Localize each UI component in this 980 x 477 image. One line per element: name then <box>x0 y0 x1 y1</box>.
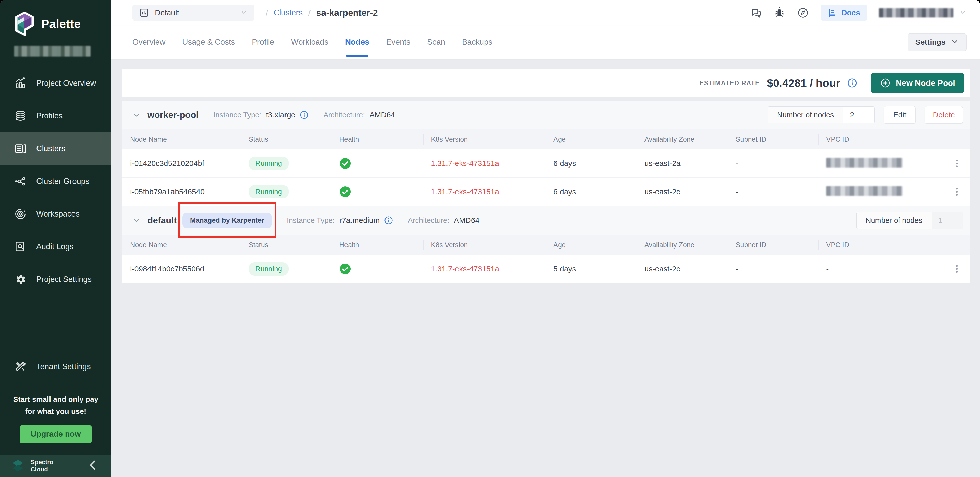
chevron-down-icon <box>240 8 248 17</box>
cluster-tabs: Overview Usage & Costs Profile Workloads… <box>132 26 492 59</box>
tab-usage-costs[interactable]: Usage & Costs <box>182 26 235 59</box>
tab-profile[interactable]: Profile <box>252 26 274 59</box>
pool-controls: Number of nodes 2 Edit Delete <box>768 106 963 124</box>
main-area: Default / Clusters / sa-karpenter-2 <box>111 0 980 477</box>
tab-events[interactable]: Events <box>386 26 410 59</box>
breadcrumb-current-cluster: sa-karpenter-2 <box>317 8 378 18</box>
subnet-id-cell: - <box>728 265 819 273</box>
sidebar-item-audit-logs[interactable]: Audit Logs <box>0 230 111 263</box>
row-actions-menu[interactable] <box>941 187 970 197</box>
table-row: i-01420c3d5210204bf Running 1.31.7-eks-4… <box>123 149 970 178</box>
row-actions-menu[interactable] <box>941 264 970 274</box>
audit-icon <box>14 241 27 253</box>
clusters-icon <box>14 142 27 155</box>
project-selector[interactable]: Default <box>132 5 255 21</box>
subnet-id-cell: - <box>728 187 819 196</box>
sidebar-item-profiles[interactable]: Profiles <box>0 100 111 132</box>
number-of-nodes-input-disabled: 1 <box>932 212 963 228</box>
tab-nodes[interactable]: Nodes <box>345 26 369 59</box>
number-of-nodes-input[interactable]: 2 <box>843 107 874 123</box>
kebab-menu-icon <box>952 158 962 169</box>
pool-header-default: default Managed by Karpenter Instance Ty… <box>123 206 970 235</box>
topbar-actions: Docs <box>750 5 967 21</box>
sidebar-item-label: Profiles <box>36 111 62 121</box>
pool-controls: Number of nodes 1 <box>856 212 963 229</box>
collapse-sidebar-button[interactable] <box>86 458 100 474</box>
breadcrumb-separator: / <box>308 8 310 18</box>
breadcrumb-clusters-link[interactable]: Clusters <box>274 8 302 18</box>
breadcrumb-separator: / <box>266 8 268 18</box>
health-ok-icon <box>339 158 351 169</box>
info-icon[interactable] <box>300 110 309 119</box>
info-icon[interactable] <box>847 78 857 88</box>
row-actions-menu[interactable] <box>941 158 970 169</box>
nodes-content: ESTIMATED RATE $0.4281 / hour New Node P… <box>111 59 980 477</box>
sidebar-item-project-overview[interactable]: Project Overview <box>0 67 111 100</box>
subnet-id-cell: - <box>728 159 819 168</box>
app-window: Palette Project Overview Profiles <box>0 0 980 477</box>
status-cell: Running <box>241 157 332 170</box>
settings-button[interactable]: Settings <box>908 34 967 51</box>
upgrade-now-button[interactable]: Upgrade now <box>20 426 91 443</box>
node-name-cell: i-01420c3d5210204bf <box>123 159 241 168</box>
tab-workloads[interactable]: Workloads <box>291 26 328 59</box>
sidebar: Palette Project Overview Profiles <box>0 0 111 477</box>
sidebar-item-tenant-settings[interactable]: Tenant Settings <box>0 350 111 383</box>
number-of-nodes-control: Number of nodes 1 <box>856 212 963 229</box>
network-icon <box>14 175 27 187</box>
spectro-cloud-logo-icon <box>11 459 25 473</box>
sidebar-item-cluster-groups[interactable]: Cluster Groups <box>0 165 111 198</box>
layers-icon <box>14 110 27 122</box>
chevron-left-icon <box>86 458 100 472</box>
availability-zone-cell: us-east-2c <box>637 265 728 273</box>
sidebar-nav: Project Overview Profiles Clusters C <box>0 67 111 296</box>
tab-scan[interactable]: Scan <box>427 26 445 59</box>
sidebar-item-clusters[interactable]: Clusters <box>0 132 111 165</box>
brand-name: Palette <box>41 17 81 31</box>
docs-button[interactable]: Docs <box>821 5 867 21</box>
delete-pool-button[interactable]: Delete <box>925 106 963 124</box>
pool-name: default <box>148 215 177 225</box>
sidebar-item-project-settings[interactable]: Project Settings <box>0 263 111 296</box>
spectro-cloud-name: Spectro Cloud <box>30 459 53 473</box>
gear-icon <box>14 273 27 286</box>
edit-pool-button[interactable]: Edit <box>884 106 916 124</box>
feedback-chat-icon[interactable] <box>750 7 762 19</box>
red-annotation-box <box>178 202 276 238</box>
upgrade-promo: Start small and only pay for what you us… <box>0 383 111 455</box>
new-node-pool-button[interactable]: New Node Pool <box>871 73 964 93</box>
project-chart-icon <box>139 8 149 18</box>
sidebar-item-label: Tenant Settings <box>36 362 91 371</box>
tab-overview[interactable]: Overview <box>132 26 165 59</box>
vpc-id-redacted <box>826 158 903 168</box>
help-compass-icon[interactable] <box>797 7 809 19</box>
collapse-pool-icon[interactable] <box>132 216 141 225</box>
availability-zone-cell: us-east-2c <box>637 187 728 196</box>
promo-text: Start small and only pay for what you us… <box>7 394 104 417</box>
number-of-nodes-control: Number of nodes 2 <box>768 107 874 123</box>
sidebar-item-workspaces[interactable]: Workspaces <box>0 198 111 230</box>
health-cell <box>332 186 423 198</box>
architecture-meta: Architecture: AMD64 <box>408 216 479 225</box>
sidebar-item-label: Workspaces <box>36 209 80 219</box>
user-name-redacted <box>879 8 953 18</box>
info-icon[interactable] <box>384 216 393 225</box>
cluster-tabs-bar: Overview Usage & Costs Profile Workloads… <box>111 26 980 59</box>
tab-backups[interactable]: Backups <box>462 26 492 59</box>
orbit-icon <box>14 208 27 220</box>
status-badge: Running <box>249 185 289 198</box>
chevron-down-icon <box>959 8 967 17</box>
pool-name: worker-pool <box>148 110 199 120</box>
node-pools-card: worker-pool Instance Type: t3.xlarge Arc… <box>123 101 970 283</box>
user-menu[interactable] <box>879 8 967 18</box>
collapse-pool-icon[interactable] <box>132 110 141 119</box>
docs-book-icon <box>828 8 837 18</box>
table-row: i-0984f14b0c7b5506d Running 1.31.7-eks-4… <box>123 255 970 283</box>
vpc-id-cell <box>818 158 941 169</box>
breadcrumb: / Clusters / sa-karpenter-2 <box>266 8 378 18</box>
health-cell <box>332 263 423 275</box>
age-cell: 6 days <box>546 187 637 196</box>
bug-report-icon[interactable] <box>773 7 785 19</box>
estimated-rate-band: ESTIMATED RATE $0.4281 / hour New Node P… <box>123 69 970 97</box>
node-name-cell: i-05fbb79a1ab546540 <box>123 187 241 196</box>
